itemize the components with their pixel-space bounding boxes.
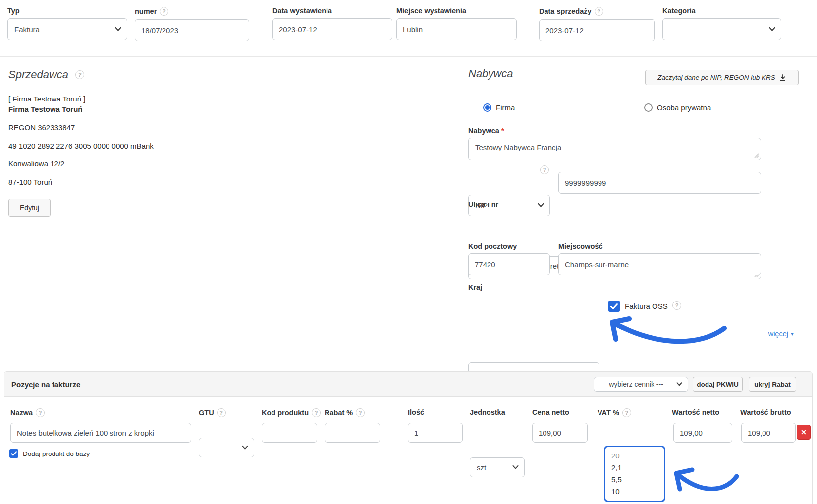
col-cena-netto: Cena netto [532, 408, 569, 416]
col-wartosc-netto: Wartość netto [672, 408, 719, 416]
seller-alias: [ Firma Testowa Toruń ] [8, 95, 85, 103]
help-icon[interactable]: ? [217, 408, 226, 417]
add-product-to-db-checkbox[interactable] [9, 449, 18, 458]
city-label: Miejscowość [558, 242, 602, 250]
pricelist-select[interactable]: wybierz cennik --- [594, 377, 688, 392]
seller-name: Firma Testowa Toruń [8, 105, 82, 113]
annotation-arrow-oss [599, 313, 733, 351]
faktura-oss-checkbox[interactable] [608, 301, 620, 312]
help-icon[interactable]: ? [540, 165, 549, 174]
numer-label: numer? [135, 7, 249, 16]
col-rabat: Rabat %? [325, 408, 365, 417]
col-wartosc-brutto: Wartość brutto [740, 408, 791, 416]
postal-code-label: Kod pocztowy [468, 242, 517, 250]
chevron-down-icon [242, 446, 248, 450]
typ-select[interactable]: Faktura [7, 18, 127, 40]
chevron-down-icon [512, 465, 519, 470]
street-label: Ulica i nr [468, 201, 498, 208]
numer-field-group: numer? [135, 7, 249, 41]
more-options-link[interactable]: więcej▾ [738, 330, 794, 338]
seller-bank-account: 49 1020 2892 2276 3005 0000 0000 mBank [8, 142, 154, 150]
col-ilosc: Ilość [408, 408, 424, 416]
item-gross-value-input[interactable] [741, 423, 796, 443]
item-product-code-input[interactable] [262, 423, 317, 443]
data-wystawienia-group: Data wystawienia [272, 7, 392, 40]
col-nazwa: Nazwa? [10, 408, 45, 417]
miejsce-wystawienia-input[interactable] [396, 18, 517, 40]
section-divider [9, 357, 808, 357]
section-divider [0, 56, 817, 57]
seller-street: Konwaliowa 12/2 [8, 159, 64, 168]
kategoria-label: Kategoria [662, 7, 781, 15]
buyer-type-private-option: Osoba prywatna [644, 103, 711, 112]
private-person-radio-label: Osoba prywatna [657, 103, 711, 112]
chevron-down-icon [676, 382, 682, 386]
vat-option[interactable]: 20 [605, 450, 664, 462]
items-panel-title: Pozycje na fakturze [11, 380, 80, 389]
typ-field-group: Typ Faktura [7, 7, 127, 40]
invoice-form-page: Typ Faktura numer? Data wystawienia Miej… [0, 0, 817, 504]
col-kod-produktu: Kod produktu? [262, 408, 321, 417]
seller-city: 87-100 Toruń [8, 178, 52, 186]
help-icon[interactable]: ? [160, 7, 168, 16]
help-icon[interactable]: ? [75, 70, 84, 79]
item-gtu-select[interactable] [199, 438, 254, 457]
buyer-name-textarea[interactable]: Testowy Nabywca Francja [468, 138, 761, 160]
delete-row-button[interactable]: ✕ [797, 425, 811, 440]
kategoria-select[interactable] [662, 18, 781, 40]
help-icon[interactable]: ? [36, 408, 45, 417]
company-radio[interactable] [483, 103, 491, 112]
kategoria-group: Kategoria [662, 7, 781, 40]
chevron-down-icon [769, 27, 775, 32]
col-gtu: GTU? [199, 408, 226, 417]
vat-option[interactable]: 2,1 [605, 462, 664, 474]
required-asterisk: * [501, 127, 504, 135]
col-jednostka: Jednostka [470, 408, 505, 416]
miejsce-wystawienia-label: Miejsce wystawienia [396, 7, 517, 15]
numer-input[interactable] [135, 19, 249, 41]
country-label: Kraj [468, 283, 482, 291]
private-person-radio[interactable] [644, 103, 653, 112]
vat-option[interactable]: 5,5 [605, 474, 664, 486]
postal-code-input[interactable] [468, 253, 550, 275]
vat-options-dropdown: 20 2,1 5,5 10 [604, 446, 665, 502]
seller-regon: REGON 362333847 [8, 123, 75, 132]
help-icon[interactable]: ? [356, 408, 365, 417]
items-panel-header [4, 372, 812, 397]
buyer-nip-input[interactable] [558, 172, 761, 194]
company-radio-label: Firma [496, 103, 515, 112]
data-sprzedazy-group: Data sprzedaży? [539, 7, 655, 41]
faktura-oss-label: Faktura OSS [625, 302, 668, 310]
data-sprzedazy-input[interactable] [539, 19, 655, 41]
miejsce-wystawienia-group: Miejsce wystawienia [396, 7, 517, 40]
seller-heading: Sprzedawca ? [8, 68, 84, 81]
buyer-type-company-option: Firma [483, 103, 515, 112]
vat-option[interactable]: 10 [605, 486, 664, 498]
item-quantity-input[interactable] [408, 423, 463, 443]
check-icon [11, 451, 17, 456]
chevron-down-icon [538, 203, 544, 208]
resize-grip-icon[interactable] [754, 153, 759, 158]
city-input[interactable] [558, 253, 761, 275]
data-wystawienia-input[interactable] [272, 18, 392, 40]
item-net-value-input[interactable] [673, 423, 732, 443]
check-icon [610, 303, 618, 309]
item-name-input[interactable] [10, 423, 191, 443]
edit-seller-button[interactable]: Edytuj [8, 199, 51, 217]
chevron-down-icon [115, 27, 121, 32]
add-pkwiu-button[interactable]: dodaj PKWiU [693, 377, 743, 392]
invoice-items-panel: Pozycje na fakturze wybierz cennik --- d… [4, 371, 813, 504]
help-icon[interactable]: ? [312, 408, 321, 417]
help-icon[interactable]: ? [595, 7, 603, 16]
hide-discount-button[interactable]: ukryj Rabat [749, 377, 796, 392]
help-icon[interactable]: ? [672, 301, 681, 310]
item-unit-select[interactable]: szt [470, 457, 525, 477]
item-net-price-input[interactable] [532, 423, 588, 443]
download-icon [779, 74, 786, 81]
load-data-by-nip-button[interactable]: Zaczytaj dane po NIP, REGON lub KRS [645, 70, 799, 85]
buyer-name-label: Nabywca* [468, 127, 504, 135]
help-icon[interactable]: ? [622, 408, 631, 417]
delete-icon: ✕ [801, 428, 807, 436]
item-discount-input[interactable] [325, 423, 380, 443]
data-sprzedazy-label: Data sprzedaży? [539, 7, 655, 16]
